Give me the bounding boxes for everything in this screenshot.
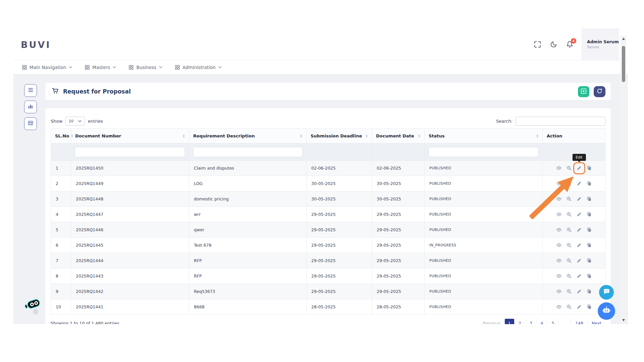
chevron-down-icon xyxy=(159,66,162,68)
nav-item-masters[interactable]: Masters xyxy=(85,65,116,70)
view-button[interactable] xyxy=(555,287,564,296)
zoom-in-button[interactable] xyxy=(565,256,574,265)
nav-item-main-navigation[interactable]: Main Navigation xyxy=(22,65,72,70)
filter-cell xyxy=(71,143,189,161)
nav-item-administration[interactable]: Administration xyxy=(175,65,222,70)
edit-button[interactable] xyxy=(575,226,584,234)
copy-button[interactable] xyxy=(585,179,594,188)
zoom-in-button[interactable] xyxy=(565,226,574,234)
view-button[interactable] xyxy=(555,272,564,281)
pagination-page-5[interactable]: 5 xyxy=(547,319,558,324)
app-header: BUVI 4 Admin Serum Serum xyxy=(13,28,628,60)
search-input[interactable] xyxy=(516,117,605,126)
cell-sl: 5 xyxy=(51,222,71,238)
view-button[interactable] xyxy=(555,164,564,173)
view-button[interactable] xyxy=(555,210,564,219)
assistant-logo-robot[interactable] xyxy=(23,295,47,318)
zoom-in-button[interactable] xyxy=(565,272,574,281)
ai-bot-button[interactable] xyxy=(598,302,615,320)
pagination: Previous 1 2 3 4 5 … 148 Next xyxy=(479,319,605,324)
table-grid-icon xyxy=(28,120,33,127)
column-header-document-number[interactable]: Document Number xyxy=(71,129,189,143)
cell-sl: 6 xyxy=(51,238,71,253)
pagination-page-1[interactable]: 1 xyxy=(504,319,514,324)
view-button[interactable] xyxy=(555,241,564,250)
eye-icon xyxy=(556,181,561,186)
status-filter-input[interactable] xyxy=(428,147,539,157)
chat-widget-button[interactable] xyxy=(599,285,614,300)
edit-button[interactable] xyxy=(575,303,584,311)
cell-description: RFP xyxy=(189,268,307,284)
zoom-in-button[interactable] xyxy=(565,164,574,173)
zoom-in-button[interactable] xyxy=(565,179,574,188)
column-header-submission-deadline[interactable]: Submission Deadline xyxy=(307,129,372,143)
pagination-page-4[interactable]: 4 xyxy=(536,319,547,324)
nav-item-business[interactable]: Business xyxy=(129,65,162,70)
requirement-description-filter-input[interactable] xyxy=(193,147,303,157)
refresh-button[interactable] xyxy=(594,86,605,97)
zoom-in-button[interactable] xyxy=(565,241,574,250)
pagination-page-2[interactable]: 2 xyxy=(514,319,525,324)
scrollbar-down-arrow[interactable] xyxy=(621,317,626,323)
sidebar-chart-button[interactable] xyxy=(24,101,37,113)
sidebar-menu-button[interactable] xyxy=(24,84,37,97)
copy-button[interactable] xyxy=(585,210,594,219)
pagination-previous[interactable]: Previous xyxy=(479,319,504,324)
bar-chart-icon xyxy=(28,104,33,110)
scrollbar-up-arrow[interactable] xyxy=(621,36,626,41)
copy-button[interactable] xyxy=(585,272,594,281)
copy-button[interactable] xyxy=(585,226,594,234)
vertical-scrollbar[interactable] xyxy=(621,36,626,323)
copy-button[interactable] xyxy=(585,241,594,250)
dark-mode-moon-icon[interactable] xyxy=(550,41,557,48)
view-button[interactable] xyxy=(555,303,564,311)
pagination-page-148[interactable]: 148 xyxy=(571,319,587,324)
column-header-slno[interactable]: SL.No xyxy=(51,129,71,143)
document-number-filter-input[interactable] xyxy=(75,147,185,157)
edit-button[interactable] xyxy=(575,272,584,281)
fullscreen-icon[interactable] xyxy=(534,41,541,48)
zoom-in-button[interactable] xyxy=(565,287,574,296)
edit-button[interactable] xyxy=(575,287,584,296)
cell-deadline: 28-05-2025 xyxy=(307,299,372,315)
copy-button[interactable] xyxy=(585,303,594,311)
filter-cell-empty xyxy=(51,143,71,161)
view-button[interactable] xyxy=(555,195,564,203)
page-size-select[interactable]: 10 xyxy=(65,117,85,126)
cell-actions xyxy=(543,299,606,315)
edit-button[interactable] xyxy=(575,256,584,265)
pagination-page-3[interactable]: 3 xyxy=(525,319,536,324)
copy-button[interactable] xyxy=(585,164,594,173)
cell-sl: 7 xyxy=(51,253,71,268)
edit-button[interactable] xyxy=(575,179,584,188)
view-button[interactable] xyxy=(555,256,564,265)
scrollbar-thumb[interactable] xyxy=(622,46,625,82)
sidebar-table-button[interactable] xyxy=(24,117,37,130)
edit-button[interactable] xyxy=(575,210,584,219)
copy-button[interactable] xyxy=(585,287,594,296)
copy-button[interactable] xyxy=(585,256,594,265)
edit-button[interactable] xyxy=(575,241,584,250)
cell-actions xyxy=(543,207,606,222)
zoom-in-button[interactable] xyxy=(565,210,574,219)
column-header-requirement-description[interactable]: Requirement Description xyxy=(189,129,307,143)
view-button[interactable] xyxy=(555,179,564,188)
zoom-in-button[interactable] xyxy=(565,195,574,203)
notifications-bell-icon[interactable]: 4 xyxy=(566,41,573,48)
user-menu[interactable]: Admin Serum Serum xyxy=(582,28,619,60)
copy-button[interactable] xyxy=(585,195,594,203)
cell-doc-date: 29-05-2025 xyxy=(372,222,425,238)
cell-doc-number: 2025RQ1443 xyxy=(71,268,189,284)
zoom-in-icon xyxy=(567,274,572,279)
cell-actions: Edit xyxy=(543,161,606,176)
zoom-in-icon xyxy=(567,227,572,232)
column-header-document-date[interactable]: Document Date xyxy=(372,129,425,143)
column-header-status[interactable]: Status xyxy=(425,129,543,143)
edit-button[interactable] xyxy=(575,195,584,203)
edit-button[interactable]: Edit xyxy=(573,162,585,174)
add-new-button[interactable] xyxy=(578,86,589,97)
pagination-next[interactable]: Next xyxy=(587,319,605,324)
zoom-in-button[interactable] xyxy=(565,303,574,311)
column-header-action: Action xyxy=(543,129,606,143)
view-button[interactable] xyxy=(555,226,564,234)
